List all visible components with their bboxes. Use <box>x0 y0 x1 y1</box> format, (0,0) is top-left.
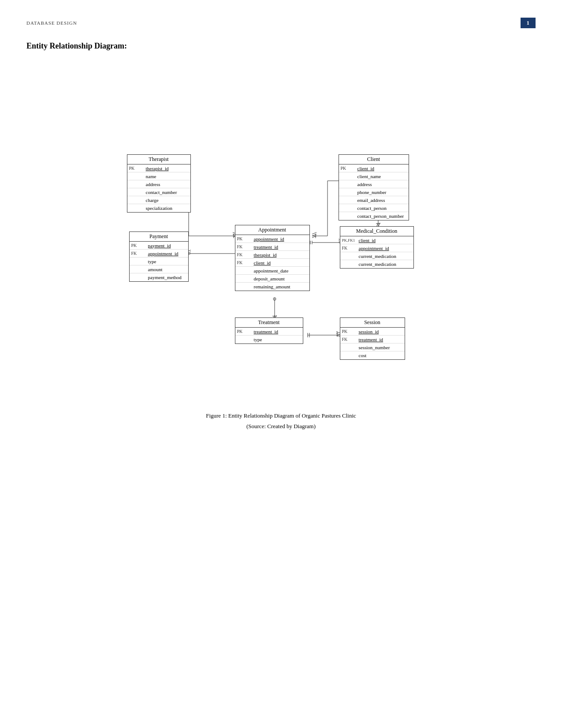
entity-session-row-1: FK treatment_id <box>340 336 405 343</box>
svg-line-14 <box>312 232 316 234</box>
entity-payment-row-4: payment_method <box>130 273 188 281</box>
entity-session-header: Session <box>340 318 405 328</box>
entity-client-header: Client <box>339 155 409 164</box>
page-number: 1 <box>521 18 536 28</box>
entity-payment-row-2: type <box>130 258 188 265</box>
entity-client-row-3: phone_number <box>339 188 409 196</box>
entity-medical-condition: Medical_Condition PK,FK1 client_id FK ap… <box>340 226 414 269</box>
entity-client-row-1: client_name <box>339 172 409 180</box>
entity-treatment-row-0: PK treatment_id <box>235 328 303 336</box>
svg-point-39 <box>273 298 276 300</box>
entity-mc-row-2: current_medication <box>340 252 413 260</box>
entity-appointment-row-4: appointment_date <box>235 267 309 275</box>
entity-client-row-6: contact_person_number <box>339 212 409 220</box>
entity-appointment-row-0: PK appointment_id <box>235 235 309 243</box>
entity-appointment-row-3: FK client_id <box>235 259 309 267</box>
entity-mc-row-3: current_medication <box>340 260 413 268</box>
svg-line-15 <box>312 234 316 236</box>
entity-appointment-row-5: deposit_amount <box>235 275 309 283</box>
entity-session: Session PK session_id FK treatment_id se… <box>340 317 405 360</box>
figure-caption: Figure 1: Entity Relationship Diagram of… <box>26 412 536 419</box>
entity-mc-header: Medical_Condition <box>340 227 413 236</box>
figure-source: (Source: Created by Diagram) <box>26 423 536 430</box>
entity-client-row-0: PK client_id <box>339 164 409 172</box>
entity-client-row-2: address <box>339 180 409 188</box>
entity-appointment-row-2: FK therapist_id <box>235 251 309 259</box>
entity-appointment-row-6: remaining_amount <box>235 283 309 291</box>
entity-appointment-header: Appointment <box>235 225 309 235</box>
entity-therapist-row-4: charge <box>127 196 190 204</box>
entity-therapist-row-5: specialization <box>127 204 190 212</box>
entity-therapist-header: Therapist <box>127 155 190 164</box>
section-title: Entity Relationship Diagram: <box>26 41 536 51</box>
entity-appointment: Appointment PK appointment_id FK treatme… <box>235 225 310 291</box>
entity-payment: Payment PK payment_id FK appointment_id … <box>129 231 189 282</box>
erd-diagram: Therapist PK therapist_id name address c… <box>87 64 475 408</box>
entity-mc-row-0: PK,FK1 client_id <box>340 236 413 244</box>
entity-session-row-2: session_number <box>340 343 405 351</box>
entity-treatment: Treatment PK treatment_id type <box>235 317 303 344</box>
entity-payment-row-0: PK payment_id <box>130 242 188 250</box>
entity-client: Client PK client_id client_name address … <box>339 154 409 220</box>
entity-therapist-row-1: name <box>127 172 190 180</box>
entity-client-row-4: email_address <box>339 196 409 204</box>
entity-therapist-row-0: PK therapist_id <box>127 164 190 172</box>
svg-line-16 <box>312 236 316 238</box>
entity-session-row-3: cost <box>340 351 405 359</box>
entity-therapist-row-2: address <box>127 180 190 188</box>
entity-session-row-0: PK session_id <box>340 328 405 336</box>
entity-therapist: Therapist PK therapist_id name address c… <box>127 154 191 213</box>
document-title: DATABASE DESIGN <box>26 20 77 26</box>
entity-payment-row-3: amount <box>130 265 188 273</box>
entity-appointment-row-1: FK treatment_id <box>235 243 309 251</box>
entity-payment-row-1: FK appointment_id <box>130 250 188 258</box>
entity-payment-header: Payment <box>130 232 188 242</box>
entity-treatment-row-1: type <box>235 336 303 343</box>
page-header: DATABASE DESIGN 1 <box>26 18 536 28</box>
entity-mc-row-1: FK appointment_id <box>340 244 413 252</box>
entity-client-row-5: contact_person <box>339 204 409 212</box>
entity-therapist-row-3: contact_number <box>127 188 190 196</box>
entity-treatment-header: Treatment <box>235 318 303 328</box>
